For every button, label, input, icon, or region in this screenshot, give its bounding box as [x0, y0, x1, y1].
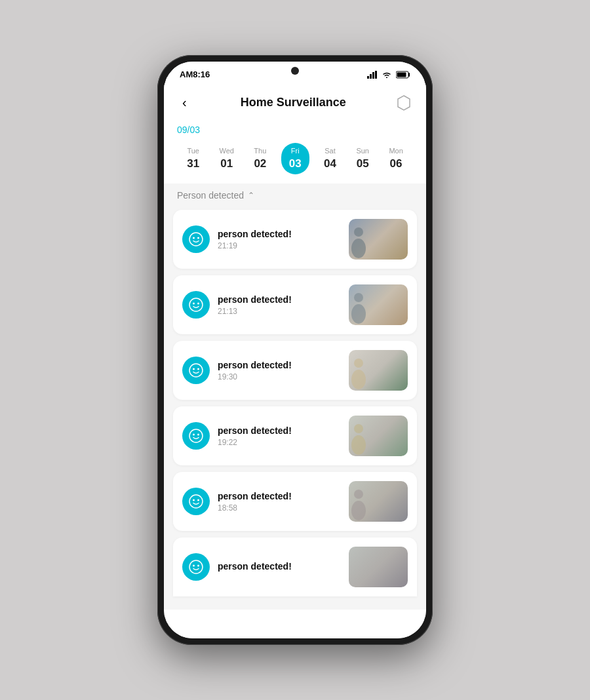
svg-point-9: [354, 227, 363, 237]
day-number: 03: [289, 157, 302, 170]
event-info: person detected! 19:30: [218, 360, 341, 381]
event-title: person detected!: [218, 360, 341, 370]
app-content: ‹ Home Surveillance 09/03 Tue31Wed01Thu0…: [164, 83, 426, 638]
svg-rect-2: [372, 72, 374, 79]
event-list: person detected! 21:19 person detected!: [164, 210, 426, 610]
day-name: Thu: [254, 147, 266, 155]
svg-point-18: [197, 368, 199, 370]
event-card[interactable]: person detected! 19:22: [173, 406, 417, 465]
event-card[interactable]: person detected! 19:30: [173, 341, 417, 400]
svg-rect-3: [375, 71, 377, 79]
event-icon: [182, 488, 210, 515]
event-title: person detected!: [218, 294, 341, 305]
event-card[interactable]: person detected! 18:58: [173, 472, 417, 531]
svg-point-32: [193, 565, 195, 567]
svg-point-19: [354, 359, 363, 368]
back-button[interactable]: ‹: [177, 92, 192, 113]
svg-point-14: [354, 293, 363, 302]
event-icon: [182, 422, 210, 450]
event-time: 19:22: [218, 438, 341, 447]
day-name: Mon: [389, 147, 403, 155]
event-time: 21:13: [218, 307, 341, 316]
event-icon: [182, 291, 210, 319]
svg-point-10: [351, 239, 366, 258]
event-thumbnail: [349, 219, 408, 260]
calendar-day-02[interactable]: Thu02: [248, 143, 271, 174]
date-header: 09/03 Tue31Wed01Thu02Fri03Sat04Sun05Mon0…: [164, 119, 426, 184]
svg-point-26: [189, 495, 203, 508]
day-number: 06: [390, 157, 403, 170]
svg-point-25: [351, 435, 366, 455]
wifi-icon: [382, 71, 392, 79]
calendar-day-04[interactable]: Sat04: [319, 143, 342, 174]
event-time: 21:19: [218, 241, 341, 250]
phone-screen: AM8:16: [164, 62, 426, 638]
status-icons: [367, 71, 410, 79]
svg-point-8: [197, 237, 199, 239]
event-thumbnail: [349, 284, 408, 325]
event-card-partial[interactable]: person detected!: [173, 537, 417, 596]
event-thumbnail: [349, 547, 408, 587]
event-time: 19:30: [218, 372, 341, 381]
status-bar: AM8:16: [164, 62, 426, 83]
calendar-day-31[interactable]: Tue31: [182, 143, 205, 174]
svg-rect-0: [367, 76, 369, 79]
svg-point-7: [193, 237, 195, 239]
signal-icon: [367, 71, 378, 79]
day-name: Tue: [187, 147, 199, 155]
svg-point-23: [197, 434, 199, 436]
day-number: 04: [324, 157, 336, 170]
event-info: person detected! 21:19: [218, 229, 341, 250]
event-info: person detected! 19:22: [218, 425, 341, 447]
event-title: person detected!: [218, 229, 341, 239]
filter-chevron-icon: ⌃: [248, 191, 254, 200]
event-time: 18:58: [218, 503, 341, 513]
calendar-day-05[interactable]: Sun05: [351, 143, 374, 174]
status-time: AM8:16: [180, 69, 210, 79]
svg-point-11: [189, 298, 203, 311]
day-number: 05: [357, 157, 369, 170]
settings-button[interactable]: [395, 94, 413, 112]
svg-rect-5: [397, 72, 406, 77]
svg-point-16: [189, 364, 203, 377]
svg-point-33: [197, 565, 199, 567]
calendar-day-01[interactable]: Wed01: [214, 143, 239, 174]
calendar-day-03[interactable]: Fri03: [281, 143, 309, 174]
svg-point-12: [193, 303, 195, 305]
event-thumbnail: [349, 416, 408, 456]
svg-point-17: [193, 368, 195, 370]
event-thumbnail: [349, 350, 408, 391]
svg-rect-1: [370, 74, 372, 79]
page-title: Home Surveillance: [241, 96, 346, 109]
phone-frame: AM8:16: [157, 55, 433, 645]
calendar-day-06[interactable]: Mon06: [384, 143, 408, 174]
camera-notch: [291, 67, 299, 75]
day-number: 01: [220, 157, 233, 170]
svg-point-24: [354, 424, 363, 433]
svg-point-31: [189, 560, 203, 574]
header: ‹ Home Surveillance: [164, 83, 426, 119]
event-card[interactable]: person detected! 21:13: [173, 275, 417, 334]
event-icon: [182, 553, 210, 581]
event-info: person detected!: [218, 561, 341, 574]
day-name: Sun: [356, 147, 369, 155]
filter-row[interactable]: Person detected ⌃: [164, 184, 426, 210]
day-number: 31: [187, 157, 199, 170]
battery-icon: [396, 71, 410, 79]
event-title: person detected!: [218, 561, 341, 572]
calendar-row: Tue31Wed01Thu02Fri03Sat04Sun05Mon06: [177, 143, 413, 174]
svg-point-29: [354, 490, 363, 499]
event-info: person detected! 18:58: [218, 491, 341, 513]
svg-point-27: [193, 499, 195, 501]
event-title: person detected!: [218, 425, 341, 436]
event-title: person detected!: [218, 491, 341, 501]
svg-point-21: [189, 429, 203, 442]
day-name: Wed: [220, 147, 234, 155]
current-date: 09/03: [177, 125, 413, 135]
event-icon: [182, 225, 210, 253]
event-card[interactable]: person detected! 21:19: [173, 210, 417, 269]
svg-point-30: [351, 501, 366, 520]
day-number: 02: [254, 157, 266, 170]
svg-point-28: [197, 499, 199, 501]
event-icon: [182, 357, 210, 384]
